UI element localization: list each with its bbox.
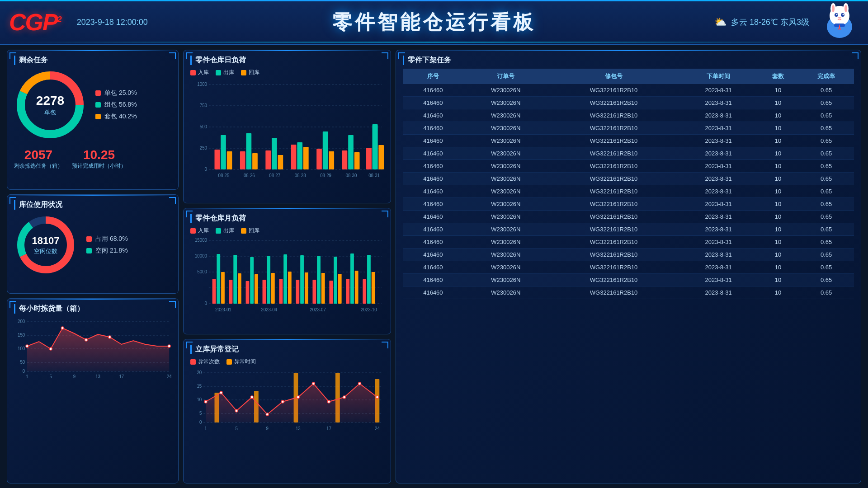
table-cell: 10 <box>758 261 798 274</box>
table-cell: 2023-8-31 <box>679 97 758 109</box>
legend-danbaobao: 单包 25.0% <box>95 89 137 97</box>
table-cell: 10 <box>758 97 798 109</box>
svg-text:17: 17 <box>326 426 331 431</box>
svg-rect-57 <box>252 153 258 169</box>
table-cell: 2023-8-31 <box>679 211 758 223</box>
abnormal-sq-orange <box>226 359 232 365</box>
legend-dot-red <box>95 90 101 96</box>
svg-text:5000: 5000 <box>197 269 207 274</box>
table-cell: 2023-8-31 <box>679 249 758 261</box>
weather-area: ⛅ 多云 18-26℃ 东风3级 <box>687 3 859 42</box>
svg-rect-68 <box>348 135 354 169</box>
table-cell: 2023-8-31 <box>679 135 758 147</box>
stat-remaining-number: 2057 <box>24 148 52 162</box>
logo: CGP2 <box>9 9 61 36</box>
table-row: 416460W230026NWG322161R2B102023-8-31100.… <box>403 109 854 122</box>
table-cell: 10 <box>758 173 798 185</box>
stat-remaining: 2057 剩余拣选任务（箱） <box>14 148 63 170</box>
table-cell: WG322161R2B10 <box>548 286 679 299</box>
svg-text:24: 24 <box>167 374 171 379</box>
svg-point-35 <box>168 345 170 347</box>
table-cell: 416460 <box>403 261 463 274</box>
table-cell: WG322161R2B10 <box>548 97 679 109</box>
task-panel: 剩余任务 2278 单包 <box>7 50 179 190</box>
svg-text:08-30: 08-30 <box>346 173 357 178</box>
svg-text:08-26: 08-26 <box>244 173 255 178</box>
svg-point-143 <box>250 396 253 399</box>
svg-rect-105 <box>288 272 292 304</box>
monthly-load-chart: 15000 10000 5000 0 <box>190 238 384 319</box>
svg-point-142 <box>235 409 238 412</box>
table-cell: 10 <box>758 135 798 147</box>
legend-taobaobao: 套包 40.2% <box>95 113 137 121</box>
svg-rect-118 <box>363 279 366 304</box>
storage-count: 18107 <box>32 235 59 247</box>
svg-point-31 <box>49 347 52 350</box>
table-cell: 0.65 <box>798 274 854 286</box>
svg-rect-106 <box>296 280 299 304</box>
storage-donut: 18107 空闲位数 <box>14 213 77 277</box>
svg-rect-62 <box>297 142 302 169</box>
svg-rect-109 <box>312 280 316 304</box>
svg-point-148 <box>327 400 330 403</box>
svg-point-30 <box>26 345 28 347</box>
monthly-sq-red <box>190 228 196 234</box>
table-cell: 10 <box>758 236 798 249</box>
table-cell: W230026N <box>463 97 548 109</box>
monthly-legend-in: 入库 <box>190 227 209 235</box>
svg-rect-102 <box>271 273 275 304</box>
svg-text:15: 15 <box>197 384 202 389</box>
svg-rect-73 <box>373 125 378 169</box>
table-cell: 2023-8-31 <box>679 147 758 160</box>
monthly-load-title: 零件仓库月负荷 <box>190 214 384 223</box>
table-row: 416460W230026NWG322161R2B102023-8-31100.… <box>403 211 854 223</box>
task-table: 序号 订单号 修包号 下单时间 套数 完成率 416460W230026NWG3… <box>403 69 854 299</box>
table-cell: 2023-8-31 <box>679 274 758 286</box>
svg-text:200: 200 <box>18 319 25 324</box>
svg-text:10: 10 <box>197 397 202 402</box>
svg-text:9: 9 <box>266 426 269 431</box>
table-cell: W230026N <box>463 223 548 236</box>
table-cell: 10 <box>758 286 798 299</box>
table-cell: WG322161R2B10 <box>548 274 679 286</box>
svg-point-33 <box>85 338 88 341</box>
table-cell: 10 <box>758 223 798 236</box>
monthly-load-legend: 入库 出库 回库 <box>190 227 384 235</box>
svg-text:500: 500 <box>200 124 208 129</box>
svg-text:15000: 15000 <box>195 238 208 243</box>
daily-load-legend: 入库 出库 回库 <box>190 69 384 76</box>
table-cell: WG322161R2B10 <box>548 135 679 147</box>
table-cell: 0.65 <box>798 198 854 211</box>
svg-point-141 <box>220 391 222 394</box>
table-cell: 10 <box>758 160 798 173</box>
svg-text:2023-10: 2023-10 <box>361 307 377 312</box>
svg-rect-65 <box>323 131 328 169</box>
legend-sq-red <box>190 70 196 75</box>
header: CGP2 2023-9-18 12:00:00 零件智能仓运行看板 ⛅ 多云 1… <box>0 0 868 45</box>
svg-rect-64 <box>316 149 322 169</box>
legend-inbound: 入库 <box>190 69 209 76</box>
svg-rect-99 <box>255 274 258 304</box>
table-row: 416460W230026NWG322161R2B102023-8-31100.… <box>403 185 854 198</box>
stat-time: 10.25 预计完成用时（小时） <box>72 148 126 170</box>
table-cell: 416460 <box>403 160 463 173</box>
table-cell: W230026N <box>463 274 548 286</box>
table-row: 416460W230026NWG322161R2B102023-8-31100.… <box>403 135 854 147</box>
svg-rect-55 <box>240 151 245 169</box>
legend-return: 回库 <box>241 69 259 76</box>
table-cell: 2023-8-31 <box>679 173 758 185</box>
table-cell: 0.65 <box>798 135 854 147</box>
svg-rect-98 <box>250 257 254 304</box>
col-package: 修包号 <box>548 69 679 84</box>
table-cell: WG322161R2B10 <box>548 198 679 211</box>
main-content: 剩余任务 2278 单包 <box>0 45 868 488</box>
daily-load-title: 零件仓库日负荷 <box>190 56 384 65</box>
table-cell: WG322161R2B10 <box>548 109 679 122</box>
monthly-sq-orange <box>241 228 246 234</box>
svg-rect-96 <box>238 273 241 304</box>
storage-legend: 占用 68.0% 空闲 21.8% <box>86 235 128 255</box>
task-count: 2278 <box>36 94 64 108</box>
table-cell: 2023-8-31 <box>679 185 758 198</box>
svg-text:250: 250 <box>200 145 208 150</box>
svg-rect-58 <box>265 150 271 169</box>
